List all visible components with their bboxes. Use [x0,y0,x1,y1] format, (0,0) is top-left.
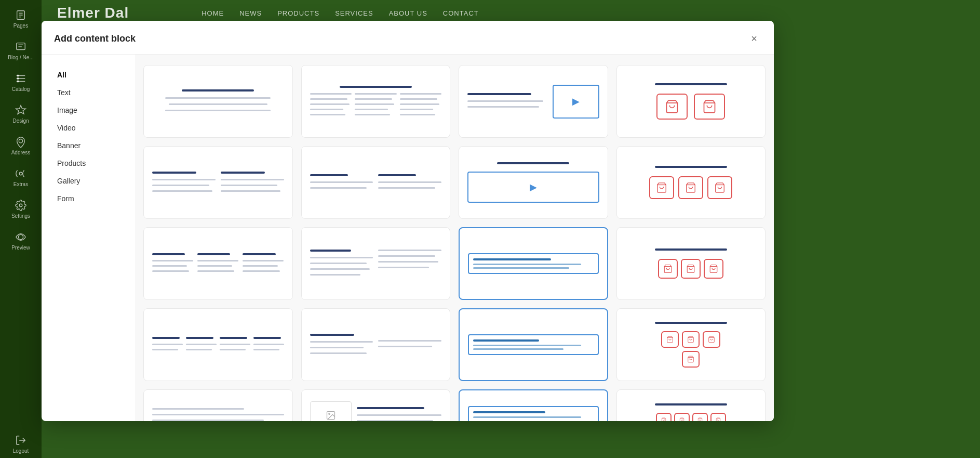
svg-point-11 [19,172,22,175]
nav-contact: CONTACT [443,9,479,17]
modal-header: Add content block × [42,21,774,55]
block-card-10[interactable] [301,227,451,300]
categories-sidebar: All Text Image Video Banner Products Gal… [42,55,135,421]
nav-products: PRODUCTS [277,9,319,17]
block-card-19[interactable] [459,389,608,421]
top-navigation: HOME NEWS PRODUCTS SERVICES ABOUT US CON… [202,9,479,17]
sidebar-item-catalog[interactable]: Catalog [0,69,42,96]
nav-services: SERVICES [335,9,373,17]
svg-point-10 [19,139,22,143]
block-card-7[interactable]: ▶ [459,146,608,219]
category-text[interactable]: Text [52,85,125,100]
add-content-block-modal: Add content block × All Text Image Video… [42,21,774,421]
block-card-1[interactable] [143,65,293,138]
svg-point-13 [18,234,23,239]
modal-title: Add content block [54,33,136,44]
nav-news: NEWS [239,9,262,17]
modal-body: All Text Image Video Banner Products Gal… [42,55,774,421]
block-card-20[interactable] [616,389,766,421]
background-sidebar: Pages Blog / Ne... Catalog Design Addres… [0,0,42,458]
block-card-12[interactable] [616,227,766,300]
category-gallery[interactable]: Gallery [52,173,125,189]
block-card-15[interactable] [459,308,608,381]
svg-point-8 [17,78,19,80]
block-card-3[interactable]: ▶ [459,65,608,138]
nav-about: ABOUT US [389,9,427,17]
category-form[interactable]: Form [52,191,125,206]
block-card-11[interactable] [459,227,608,300]
block-card-9[interactable] [143,227,293,300]
block-card-6[interactable] [301,146,451,219]
sidebar-item-pages[interactable]: Pages [0,5,42,33]
site-title: Elmer Dal [57,5,129,21]
category-image[interactable]: Image [52,102,125,118]
blocks-grid: ▶ [143,65,766,421]
sidebar-item-settings[interactable]: Settings [0,195,42,223]
sidebar-item-blog[interactable]: Blog / Ne... [0,37,42,64]
category-products[interactable]: Products [52,155,125,171]
nav-home: HOME [202,9,224,17]
svg-rect-4 [17,43,25,50]
svg-point-9 [17,81,19,82]
svg-point-27 [328,413,330,415]
block-card-13[interactable] [143,308,293,381]
block-card-18[interactable] [301,389,451,421]
block-card-16[interactable] [616,308,766,381]
svg-point-7 [17,75,19,76]
block-card-8[interactable] [616,146,766,219]
category-all[interactable]: All [52,67,125,83]
sidebar-item-extras[interactable]: Extras [0,164,42,191]
sidebar-item-design[interactable]: Design [0,100,42,128]
svg-point-12 [19,204,22,207]
block-card-5[interactable] [143,146,293,219]
category-banner[interactable]: Banner [52,138,125,153]
category-video[interactable]: Video [52,120,125,136]
sidebar-item-preview[interactable]: Preview [0,227,42,255]
block-card-17[interactable] [143,389,293,421]
modal-close-button[interactable]: × [747,31,761,46]
block-card-2[interactable] [301,65,451,138]
blocks-content-area[interactable]: ▶ [135,55,774,421]
sidebar-item-address[interactable]: Address [0,132,42,160]
sidebar-item-logout[interactable]: Logout [0,430,42,458]
block-card-4[interactable] [616,65,766,138]
block-card-14[interactable] [301,308,451,381]
